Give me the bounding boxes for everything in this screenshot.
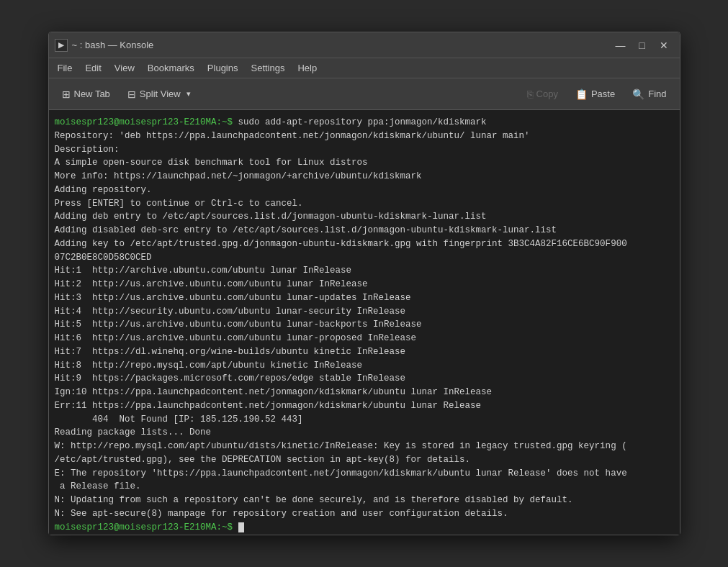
split-view-button[interactable]: ⊟ Split View ▾ xyxy=(120,86,198,103)
terminal-prompt-first: moisespr123@moisespr123-E210MA:~$ xyxy=(55,117,233,127)
find-button[interactable]: 🔍 Find xyxy=(625,86,673,103)
new-tab-icon: ⊞ xyxy=(62,89,71,100)
menu-help[interactable]: Help xyxy=(292,60,323,76)
title-bar: ▶ ~ : bash — Konsole — □ ✕ xyxy=(49,32,680,58)
konsole-window: ▶ ~ : bash — Konsole — □ ✕ File Edit Vie… xyxy=(48,32,680,535)
toolbar: ⊞ New Tab ⊟ Split View ▾ ⎘ Copy 📋 Paste … xyxy=(49,78,680,110)
window-title: ~ : bash — Konsole xyxy=(72,40,154,50)
title-bar-controls: — □ ✕ xyxy=(611,37,674,54)
title-bar-left: ▶ ~ : bash — Konsole xyxy=(55,39,154,52)
copy-icon: ⎘ xyxy=(527,89,533,100)
paste-label: Paste xyxy=(591,89,615,99)
close-button[interactable]: ✕ xyxy=(654,37,674,54)
terminal-cursor xyxy=(238,522,244,532)
menu-bookmarks[interactable]: Bookmarks xyxy=(142,60,200,76)
menu-edit[interactable]: Edit xyxy=(79,60,107,76)
maximize-button[interactable]: □ xyxy=(632,37,652,54)
copy-button[interactable]: ⎘ Copy xyxy=(520,86,565,103)
paste-icon: 📋 xyxy=(575,89,588,100)
terminal-output: moisespr123@moisespr123-E210MA:~$ sudo a… xyxy=(49,113,680,535)
menu-plugins[interactable]: Plugins xyxy=(202,60,244,76)
find-icon: 🔍 xyxy=(632,89,644,100)
terminal-line-1: Repository: 'deb https://ppa.launchpadco… xyxy=(55,131,627,519)
minimize-button[interactable]: — xyxy=(611,37,631,54)
menu-settings[interactable]: Settings xyxy=(245,60,290,76)
terminal-icon: ▶ xyxy=(55,39,68,52)
split-view-icon: ⊟ xyxy=(127,89,136,100)
terminal-area[interactable]: moisespr123@moisespr123-E210MA:~$ sudo a… xyxy=(49,110,680,535)
copy-label: Copy xyxy=(536,89,558,99)
new-tab-label: New Tab xyxy=(74,89,110,99)
terminal-prompt-final: moisespr123@moisespr123-E210MA:~$ xyxy=(55,522,233,532)
paste-button[interactable]: 📋 Paste xyxy=(568,86,622,103)
terminal-command: sudo add-apt-repository ppa:jonmagon/kdi… xyxy=(233,117,487,127)
new-tab-button[interactable]: ⊞ New Tab xyxy=(55,86,117,103)
menu-file[interactable]: File xyxy=(52,60,78,76)
menu-view[interactable]: View xyxy=(109,60,140,76)
find-label: Find xyxy=(648,89,666,99)
split-view-label: Split View xyxy=(140,89,181,99)
menu-bar: File Edit View Bookmarks Plugins Setting… xyxy=(49,58,680,78)
chevron-down-icon: ▾ xyxy=(187,89,191,99)
